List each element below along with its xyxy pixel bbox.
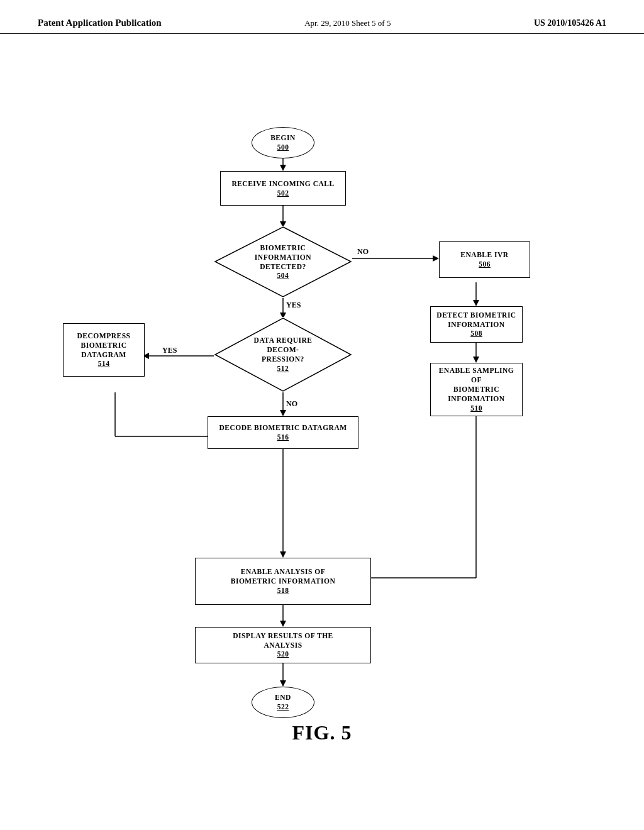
diagram-area: YES NO YES NO [0,34,644,763]
svg-marker-13 [473,357,479,363]
decompress-node: DECOMPRESSBIOMETRICDATAGRAM 514 [63,323,145,377]
svg-text:YES: YES [286,301,301,309]
detect-bio-node: DETECT BIOMETRICINFORMATION 508 [430,306,523,343]
decode-node: DECODE BIOMETRIC DATAGRAM 516 [208,416,358,449]
svg-marker-1 [280,165,286,171]
svg-marker-21 [280,410,286,416]
data-require-node: DATA REQUIREDECOM-PRESSION? 512 [214,317,352,392]
receive-node: RECEIVE INCOMING CALL 502 [220,171,346,206]
svg-text:NO: NO [286,399,297,408]
enable-ivr-node: ENABLE IVR 506 [439,241,530,278]
end-node: END 522 [252,687,314,718]
enable-analysis-node: ENABLE ANALYSIS OFBIOMETRIC INFORMATION … [195,558,371,605]
svg-marker-29 [280,621,286,627]
header-right: US 2010/105426 A1 [534,18,606,28]
begin-node: BEGIN 500 [252,127,314,158]
header-left: Patent Application Publication [38,18,162,28]
enable-sampling-node: ENABLE SAMPLING OFBIOMETRICINFORMATION 5… [430,363,523,416]
biometric-detected-node: BIOMETRICINFORMATIONDETECTED? 504 [214,226,352,298]
svg-marker-11 [473,300,479,306]
svg-text:NO: NO [357,247,369,256]
svg-marker-27 [280,551,286,558]
svg-text:YES: YES [162,346,177,355]
svg-marker-8 [433,255,439,262]
fig-label: FIG. 5 [292,721,352,744]
header-center: Apr. 29, 2010 Sheet 5 of 5 [304,18,391,28]
svg-marker-31 [280,680,286,687]
page-header: Patent Application Publication Apr. 29, … [0,0,644,34]
display-node: DISPLAY RESULTS OF THEANALYSIS 520 [195,627,371,663]
